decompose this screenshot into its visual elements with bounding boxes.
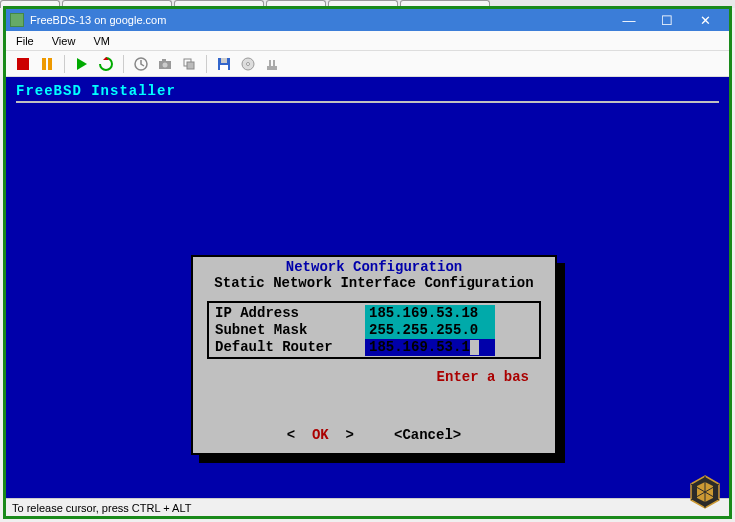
installer-title: FreeBSD Installer — [16, 83, 719, 99]
snapshot-clock-icon[interactable] — [130, 53, 152, 75]
default-router-input[interactable]: 185.169.53.1 — [365, 339, 495, 356]
subnet-mask-label: Subnet Mask — [215, 322, 365, 339]
pause-icon[interactable] — [36, 53, 58, 75]
cd-icon[interactable] — [237, 53, 259, 75]
network-icon[interactable] — [261, 53, 283, 75]
svg-marker-3 — [77, 58, 87, 70]
snapshot-manage-icon[interactable] — [178, 53, 200, 75]
cancel-button[interactable]: <Cancel> — [394, 427, 461, 443]
svg-rect-0 — [17, 58, 29, 70]
snapshot-camera-icon[interactable] — [154, 53, 176, 75]
default-router-label: Default Router — [215, 339, 365, 356]
installer-divider — [16, 101, 719, 103]
menubar: File View VM — [6, 31, 729, 51]
default-router-value: 185.169.53.1 — [369, 339, 470, 355]
toolbar — [6, 51, 729, 77]
svg-rect-1 — [42, 58, 46, 70]
svg-rect-17 — [269, 60, 271, 66]
ok-button[interactable]: < OK > — [287, 427, 354, 443]
svg-rect-16 — [267, 66, 277, 70]
close-button[interactable]: ✕ — [693, 12, 717, 28]
ip-address-label: IP Address — [215, 305, 365, 322]
vm-window: FreeBDS-13 on google.com — ☐ ✕ File View… — [3, 6, 732, 519]
svg-rect-2 — [48, 58, 52, 70]
titlebar: FreeBDS-13 on google.com — ☐ ✕ — [6, 9, 729, 31]
fields-box: IP Address 185.169.53.18 Subnet Mask 255… — [207, 301, 541, 359]
hint-text: Enter a bas — [437, 369, 529, 385]
menu-file[interactable]: File — [12, 33, 38, 49]
svg-rect-12 — [221, 58, 227, 63]
maximize-button[interactable]: ☐ — [655, 12, 679, 28]
console-area[interactable]: FreeBSD Installer Network Configuration … — [6, 77, 729, 498]
dialog-subtitle: Static Network Interface Configuration — [193, 275, 555, 291]
minimize-button[interactable]: — — [617, 12, 641, 28]
svg-rect-7 — [162, 59, 166, 62]
svg-rect-18 — [273, 60, 275, 66]
menu-view[interactable]: View — [48, 33, 80, 49]
floppy-icon[interactable] — [213, 53, 235, 75]
restart-icon[interactable] — [95, 53, 117, 75]
stop-icon[interactable] — [12, 53, 34, 75]
dialog-buttons: < OK > <Cancel> — [193, 427, 555, 443]
svg-rect-10 — [187, 62, 194, 69]
statusbar-text: To release cursor, press CTRL + ALT — [12, 502, 191, 514]
play-icon[interactable] — [71, 53, 93, 75]
corner-logo-icon — [687, 474, 723, 510]
menu-vm[interactable]: VM — [89, 33, 114, 49]
svg-rect-13 — [220, 65, 228, 70]
dialog-title: Network Configuration — [193, 257, 555, 275]
window-title: FreeBDS-13 on google.com — [30, 14, 617, 26]
text-cursor — [470, 340, 479, 355]
subnet-mask-input[interactable]: 255.255.255.0 — [365, 322, 495, 339]
vsphere-icon — [10, 13, 24, 27]
svg-point-15 — [247, 62, 250, 65]
network-config-dialog: Network Configuration Static Network Int… — [191, 255, 557, 455]
svg-point-8 — [163, 62, 168, 67]
statusbar: To release cursor, press CTRL + ALT — [6, 498, 729, 516]
ip-address-input[interactable]: 185.169.53.18 — [365, 305, 495, 322]
